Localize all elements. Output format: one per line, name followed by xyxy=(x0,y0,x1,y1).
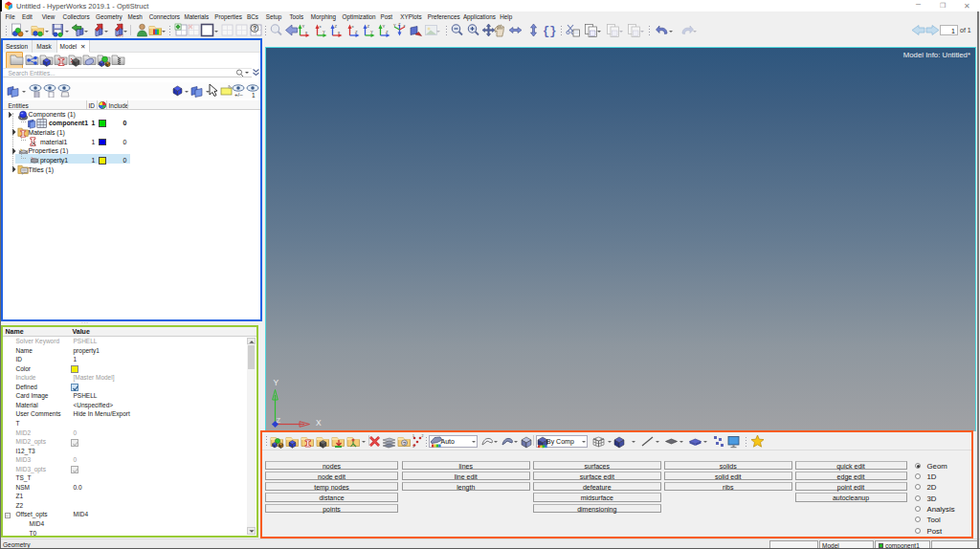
svg-text:?: ? xyxy=(253,25,256,32)
svg-text:2: 2 xyxy=(422,434,424,438)
svg-text:Y: Y xyxy=(393,23,396,28)
svg-text:Z: Z xyxy=(355,30,358,34)
svg-text:1: 1 xyxy=(252,92,256,99)
svg-text:x: x xyxy=(319,24,322,29)
svg-text:Z: Z xyxy=(335,24,338,29)
svg-text:Y: Y xyxy=(323,30,325,34)
svg-text:Y: Y xyxy=(302,24,305,29)
svg-text:PPT: PPT xyxy=(117,34,123,38)
svg-text:+/–: +/– xyxy=(234,92,243,98)
svg-text:Z: Z xyxy=(386,30,389,34)
svg-text:X: X xyxy=(316,418,322,428)
svg-text:x: x xyxy=(305,30,308,34)
svg-text:x: x xyxy=(338,30,341,34)
svg-text:Y: Y xyxy=(370,30,373,34)
svg-text:Y: Y xyxy=(273,378,278,387)
svg-text:Y: Y xyxy=(383,24,386,29)
svg-text:x: x xyxy=(351,24,354,29)
svg-text:Z: Z xyxy=(367,24,369,29)
svg-text:1: 1 xyxy=(412,434,414,438)
svg-text:{}: {} xyxy=(543,25,556,37)
svg-text:Z: Z xyxy=(398,23,401,27)
svg-text:x: x xyxy=(404,23,406,28)
